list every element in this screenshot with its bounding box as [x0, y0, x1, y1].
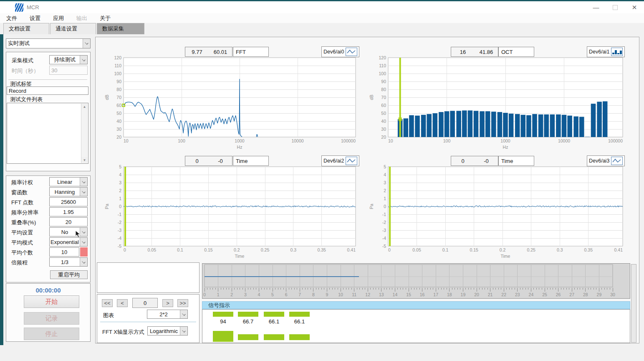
avg-count-input[interactable]: 10	[49, 247, 79, 257]
chevron-down-icon	[83, 39, 90, 48]
signal-level-value: 66.7	[238, 318, 258, 325]
vertical-scrollbar[interactable]	[631, 264, 636, 343]
avg-count-label: 平均个数	[11, 249, 33, 257]
fft-xaxis-select[interactable]: Logarithmic	[147, 326, 188, 336]
freq-weighting-select[interactable]: Linear	[49, 177, 88, 186]
signal-level-bar	[213, 312, 233, 317]
title-bar: MCR — ✕	[0, 1, 644, 13]
svg-text:100: 100	[379, 71, 386, 76]
freq-resolution-label: 频率分辨率	[11, 209, 38, 216]
acq-mode-label: 采集模式	[12, 57, 33, 64]
svg-text:120: 120	[379, 55, 386, 60]
chevron-down-icon	[80, 258, 87, 266]
svg-text:0.2: 0.2	[234, 247, 240, 252]
svg-text:10000: 10000	[558, 138, 570, 143]
svg-text:-1: -1	[382, 212, 386, 217]
time-seconds-value: 30	[50, 67, 87, 74]
time2-chart[interactable]: -5-4-3-2-101234500.050.10.150.20.250.30.…	[104, 164, 360, 260]
signal-status-bar	[238, 334, 258, 340]
svg-text:-1: -1	[118, 212, 121, 217]
listbox-scrollbar[interactable]: ▲ ▼	[81, 104, 88, 163]
avg-mode-label: 平均模式	[11, 239, 33, 247]
svg-text:0.41: 0.41	[614, 247, 623, 252]
svg-text:0: 0	[124, 247, 126, 252]
octave-value: 1/3	[50, 259, 80, 265]
first-page-button[interactable]: <<	[102, 299, 113, 307]
minimize-button[interactable]: —	[586, 1, 606, 13]
menu-output: 输出	[70, 15, 93, 22]
avg-setting-select[interactable]: No	[49, 227, 88, 236]
window-fn-label: 窗函数	[11, 189, 28, 196]
time3-chart[interactable]: -5-4-3-2-101234500.050.10.150.20.250.30.…	[369, 164, 627, 260]
timeline-ruler[interactable]: 0123456789101112131415161718192021222324…	[202, 264, 629, 297]
svg-text:1000: 1000	[500, 138, 510, 143]
file-list-label: 测试文件列表	[10, 96, 43, 103]
restart-average-button[interactable]: 重启平均	[50, 270, 88, 279]
maximize-button[interactable]	[606, 1, 625, 13]
fft-points-input[interactable]: 25600	[49, 197, 88, 206]
svg-text:8: 8	[312, 292, 315, 297]
svg-text:50: 50	[116, 111, 121, 116]
svg-text:90: 90	[381, 79, 386, 84]
chevron-down-icon	[80, 238, 87, 246]
stop-button: 停止	[24, 328, 79, 340]
acq-mode-select[interactable]: 持续测试	[49, 55, 88, 64]
svg-text:12: 12	[365, 292, 370, 297]
freq-weighting-label: 频率计权	[11, 179, 33, 186]
next-page-button[interactable]: >	[162, 299, 173, 307]
svg-text:7: 7	[298, 292, 301, 297]
svg-text:dB: dB	[104, 95, 109, 100]
svg-text:22: 22	[501, 292, 506, 297]
svg-text:110: 110	[114, 63, 121, 68]
menu-file[interactable]: 文件	[0, 15, 23, 22]
app-window: MCR — ✕ 文件 设置 应用 输出 关于 文档设置 通道设置 数据采集 实时…	[0, 0, 644, 361]
last-page-button[interactable]: >>	[177, 299, 188, 307]
page-number-box[interactable]: 0	[132, 298, 158, 308]
svg-text:30: 30	[381, 127, 386, 132]
divider	[8, 79, 87, 80]
scroll-up-icon[interactable]: ▲	[81, 104, 88, 109]
signal-panel-body: 9466.766.166.1	[202, 309, 630, 343]
start-button[interactable]: 开始	[24, 295, 79, 308]
tab-channel-settings[interactable]: 通道设置	[50, 23, 96, 34]
chevron-down-icon	[80, 56, 87, 64]
svg-text:100000: 100000	[608, 138, 623, 143]
fft-chart[interactable]: 2030405060708090100110120101001000100001…	[104, 55, 360, 151]
test-tag-input[interactable]: Record	[7, 86, 88, 95]
window-fn-select[interactable]: Hanning	[49, 187, 88, 196]
oct-channel-label: Dev6/ai1	[589, 49, 609, 55]
left-accent-strip	[0, 34, 3, 345]
freq-resolution-input[interactable]: 1.95	[49, 207, 88, 216]
svg-text:-5: -5	[118, 244, 121, 249]
test-mode-select[interactable]: 实时测试	[6, 38, 91, 48]
time3-channel-label: Dev6/ai3	[589, 158, 609, 164]
test-file-listbox[interactable]: ▲ ▼	[7, 103, 88, 164]
svg-text:5: 5	[384, 164, 386, 169]
svg-text:10: 10	[388, 138, 393, 143]
tab-data-acquisition[interactable]: 数据采集	[97, 23, 144, 34]
close-button[interactable]: ✕	[625, 1, 644, 13]
svg-text:Hz: Hz	[237, 145, 242, 150]
line-chart-icon	[611, 157, 623, 165]
svg-text:3: 3	[384, 180, 386, 185]
svg-text:29: 29	[597, 292, 602, 297]
overlap-input[interactable]: 20	[49, 217, 88, 226]
svg-text:30: 30	[116, 127, 121, 132]
signal-panel-header: 信号指示	[202, 301, 630, 309]
tab-document-settings[interactable]: 文档设置	[3, 23, 49, 34]
oct-chart[interactable]: 2030405060708090100110120101001000100001…	[369, 55, 627, 151]
svg-text:-4: -4	[382, 236, 386, 241]
svg-text:-4: -4	[118, 236, 121, 241]
svg-text:4: 4	[119, 172, 121, 177]
chart-layout-select[interactable]: 2*2	[147, 310, 188, 319]
menu-settings[interactable]: 设置	[23, 15, 47, 22]
svg-text:0: 0	[384, 204, 386, 209]
menu-about[interactable]: 关于	[93, 15, 117, 22]
freq-resolution-value: 1.95	[50, 209, 87, 215]
avg-mode-select[interactable]: Exponential	[49, 237, 88, 247]
octave-select[interactable]: 1/3	[49, 257, 88, 267]
prev-page-button[interactable]: <	[117, 299, 128, 307]
scroll-down-icon[interactable]: ▼	[81, 157, 88, 163]
menu-application[interactable]: 应用	[47, 15, 70, 22]
timeline-panel[interactable]: 0123456789101112131415161718192021222324…	[202, 263, 630, 299]
